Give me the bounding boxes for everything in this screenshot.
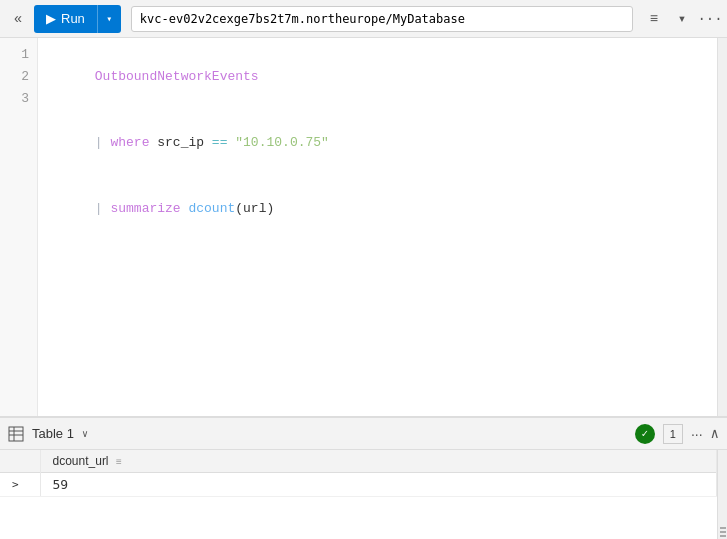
column-menu-icon[interactable]: ≡ (116, 456, 122, 467)
run-button-group: ▶ Run ▾ (34, 5, 121, 33)
run-icon: ▶ (46, 11, 56, 26)
code-line-3: | summarize dcount(url) (48, 176, 707, 242)
collapse-results-icon: ∧ (711, 426, 719, 442)
results-toolbar: Table 1 ∨ ✓ 1 ··· ∧ (0, 418, 727, 450)
token-eq: == (212, 135, 228, 150)
column-header-dcount-url: dcount_url ≡ (40, 450, 717, 473)
token-src-ip: src_ip (149, 135, 211, 150)
token-pipe-1: | (95, 135, 111, 150)
status-success-badge: ✓ (635, 424, 655, 444)
dropdown-arrow-icon: ▾ (106, 13, 112, 25)
more-results-icon: ··· (691, 426, 703, 442)
caret-down-icon: ▾ (678, 10, 686, 27)
table-row: > 59 (0, 473, 717, 497)
results-more-button[interactable]: ··· (691, 426, 703, 442)
table-dropdown-button[interactable]: ∨ (82, 428, 88, 440)
results-panel: Table 1 ∨ ✓ 1 ··· ∧ (0, 417, 727, 539)
toolbar-actions: ≡ ▾ ··· (643, 8, 721, 30)
results-collapse-button[interactable]: ∧ (711, 425, 719, 442)
more-options-button[interactable]: ··· (699, 8, 721, 30)
run-button[interactable]: ▶ Run (34, 5, 97, 33)
table-tab-label: Table 1 (32, 426, 74, 441)
token-where: where (110, 135, 149, 150)
column-name-text: dcount_url (53, 454, 109, 468)
handle-line-2 (720, 531, 726, 533)
run-dropdown-button[interactable]: ▾ (97, 5, 121, 33)
line-number-1: 1 (21, 44, 29, 66)
token-ip-value: "10.10.0.75" (227, 135, 328, 150)
token-table-name: OutboundNetworkEvents (95, 69, 259, 84)
handle-line-1 (720, 527, 726, 529)
filter-icon: ≡ (650, 11, 658, 27)
table-grid-icon (8, 426, 24, 442)
connection-text: kvc-ev02v2cexge7bs2t7m.northeurope/MyDat… (140, 12, 465, 26)
page-number-badge: 1 (663, 424, 683, 444)
run-label: Run (61, 11, 85, 26)
token-summarize: summarize (110, 201, 180, 216)
more-icon: ··· (697, 11, 722, 27)
token-pipe-2: | (95, 201, 111, 216)
code-editor[interactable]: OutboundNetworkEvents | where src_ip == … (38, 38, 717, 416)
connection-display: kvc-ev02v2cexge7bs2t7m.northeurope/MyDat… (131, 6, 633, 32)
results-controls: ✓ 1 ··· ∧ (635, 424, 719, 444)
results-table: dcount_url ≡ > 59 (0, 450, 717, 497)
filter-button[interactable]: ≡ (643, 8, 665, 30)
collapse-panel-button[interactable]: « (6, 7, 30, 31)
token-dcount-arg: (url) (235, 201, 274, 216)
caret-button[interactable]: ▾ (671, 8, 693, 30)
editor-scrollbar[interactable] (717, 38, 727, 416)
token-dcount: dcount (188, 201, 235, 216)
editor-area: 1 2 3 OutboundNetworkEvents | where src_… (0, 38, 727, 417)
line-numbers: 1 2 3 (0, 38, 38, 416)
resize-handle[interactable] (720, 527, 726, 537)
right-edge-bar (717, 450, 727, 539)
row-expand-button[interactable]: > (0, 473, 40, 497)
handle-line-3 (720, 535, 726, 537)
svg-rect-0 (9, 427, 23, 441)
line-number-3: 3 (21, 88, 29, 110)
check-icon: ✓ (642, 427, 649, 440)
line-number-2: 2 (21, 66, 29, 88)
code-line-2: | where src_ip == "10.10.0.75" (48, 110, 707, 176)
code-line-1: OutboundNetworkEvents (48, 44, 707, 110)
collapse-icon: « (14, 11, 22, 27)
page-number-text: 1 (670, 428, 676, 440)
toolbar: « ▶ Run ▾ kvc-ev02v2cexge7bs2t7m.northeu… (0, 0, 727, 38)
cell-dcount-url: 59 (40, 473, 717, 497)
data-table-container: dcount_url ≡ > 59 (0, 450, 717, 539)
